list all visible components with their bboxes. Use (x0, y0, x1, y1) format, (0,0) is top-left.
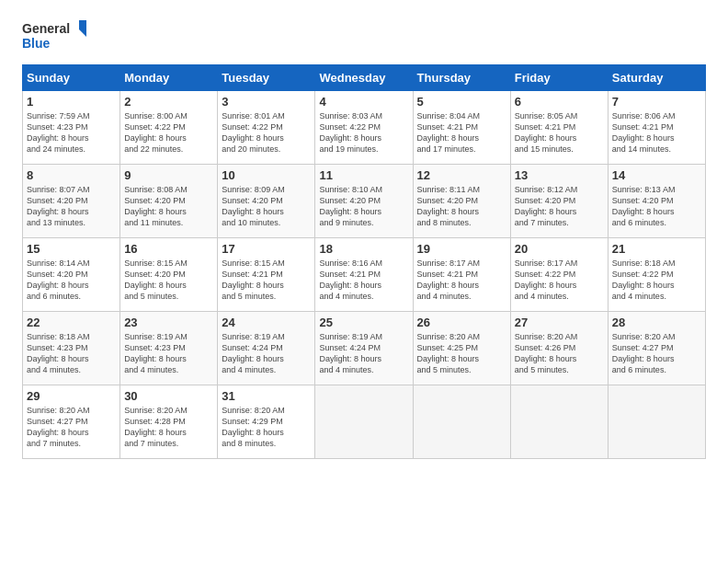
calendar-cell: 6Sunrise: 8:05 AM Sunset: 4:21 PM Daylig… (510, 91, 608, 165)
week-row-2: 8Sunrise: 8:07 AM Sunset: 4:20 PM Daylig… (23, 165, 706, 238)
day-number: 29 (27, 389, 116, 403)
day-info: Sunrise: 8:20 AM Sunset: 4:28 PM Dayligh… (124, 405, 213, 450)
day-info: Sunrise: 8:17 AM Sunset: 4:21 PM Dayligh… (417, 258, 506, 303)
day-info: Sunrise: 8:19 AM Sunset: 4:23 PM Dayligh… (124, 331, 213, 376)
logo-svg: General Blue (22, 18, 86, 53)
day-number: 2 (124, 95, 213, 109)
calendar-cell: 8Sunrise: 8:07 AM Sunset: 4:20 PM Daylig… (23, 165, 120, 238)
day-number: 22 (27, 316, 116, 329)
day-info: Sunrise: 8:14 AM Sunset: 4:20 PM Dayligh… (27, 258, 116, 303)
header-cell-saturday: Saturday (608, 65, 705, 91)
calendar-cell: 25Sunrise: 8:19 AM Sunset: 4:24 PM Dayli… (315, 312, 413, 385)
calendar-cell: 19Sunrise: 8:17 AM Sunset: 4:21 PM Dayli… (413, 238, 510, 312)
calendar-cell: 2Sunrise: 8:00 AM Sunset: 4:22 PM Daylig… (120, 91, 218, 165)
calendar-cell (608, 385, 705, 459)
day-number: 23 (124, 316, 213, 329)
page: General Blue SundayMondayTuesdayWednesda… (0, 0, 728, 563)
header-cell-friday: Friday (510, 65, 608, 91)
header-row: SundayMondayTuesdayWednesdayThursdayFrid… (23, 65, 706, 91)
calendar-cell: 4Sunrise: 8:03 AM Sunset: 4:22 PM Daylig… (315, 91, 413, 165)
day-info: Sunrise: 8:08 AM Sunset: 4:20 PM Dayligh… (124, 184, 213, 229)
day-number: 7 (612, 95, 701, 109)
calendar-cell: 14Sunrise: 8:13 AM Sunset: 4:20 PM Dayli… (608, 165, 705, 238)
day-info: Sunrise: 8:12 AM Sunset: 4:20 PM Dayligh… (515, 184, 604, 229)
day-number: 15 (27, 242, 116, 256)
calendar-cell: 30Sunrise: 8:20 AM Sunset: 4:28 PM Dayli… (120, 385, 218, 459)
calendar-table: SundayMondayTuesdayWednesdayThursdayFrid… (22, 64, 706, 459)
header-cell-monday: Monday (120, 65, 218, 91)
day-info: Sunrise: 8:18 AM Sunset: 4:22 PM Dayligh… (612, 258, 701, 303)
day-info: Sunrise: 8:13 AM Sunset: 4:20 PM Dayligh… (612, 184, 701, 229)
day-number: 18 (319, 242, 408, 256)
day-number: 13 (515, 168, 604, 182)
day-info: Sunrise: 8:09 AM Sunset: 4:20 PM Dayligh… (222, 184, 311, 229)
calendar-cell: 7Sunrise: 8:06 AM Sunset: 4:21 PM Daylig… (608, 91, 705, 165)
calendar-cell: 20Sunrise: 8:17 AM Sunset: 4:22 PM Dayli… (510, 238, 608, 312)
day-number: 26 (417, 316, 506, 329)
day-number: 30 (124, 389, 213, 403)
calendar-cell: 15Sunrise: 8:14 AM Sunset: 4:20 PM Dayli… (23, 238, 120, 312)
day-info: Sunrise: 7:59 AM Sunset: 4:23 PM Dayligh… (27, 110, 116, 155)
day-number: 31 (222, 389, 311, 403)
day-number: 5 (417, 95, 506, 109)
day-info: Sunrise: 8:17 AM Sunset: 4:22 PM Dayligh… (515, 258, 604, 303)
calendar-cell: 5Sunrise: 8:04 AM Sunset: 4:21 PM Daylig… (413, 91, 510, 165)
calendar-cell: 23Sunrise: 8:19 AM Sunset: 4:23 PM Dayli… (120, 312, 218, 385)
header-cell-tuesday: Tuesday (218, 65, 315, 91)
day-info: Sunrise: 8:07 AM Sunset: 4:20 PM Dayligh… (27, 184, 116, 229)
svg-text:General: General (22, 21, 70, 36)
day-number: 9 (124, 168, 213, 182)
day-number: 12 (417, 168, 506, 182)
day-info: Sunrise: 8:15 AM Sunset: 4:21 PM Dayligh… (222, 258, 311, 303)
header-cell-sunday: Sunday (23, 65, 120, 91)
day-number: 24 (222, 316, 311, 329)
day-info: Sunrise: 8:20 AM Sunset: 4:29 PM Dayligh… (222, 405, 311, 450)
day-number: 21 (612, 242, 701, 256)
day-number: 10 (222, 168, 311, 182)
svg-marker-2 (79, 20, 86, 37)
calendar-cell: 26Sunrise: 8:20 AM Sunset: 4:25 PM Dayli… (413, 312, 510, 385)
day-info: Sunrise: 8:15 AM Sunset: 4:20 PM Dayligh… (124, 258, 213, 303)
day-info: Sunrise: 8:20 AM Sunset: 4:27 PM Dayligh… (612, 331, 701, 376)
day-number: 14 (612, 168, 701, 182)
week-row-3: 15Sunrise: 8:14 AM Sunset: 4:20 PM Dayli… (23, 238, 706, 312)
day-info: Sunrise: 8:20 AM Sunset: 4:27 PM Dayligh… (27, 405, 116, 450)
calendar-cell: 12Sunrise: 8:11 AM Sunset: 4:20 PM Dayli… (413, 165, 510, 238)
week-row-4: 22Sunrise: 8:18 AM Sunset: 4:23 PM Dayli… (23, 312, 706, 385)
calendar-cell: 31Sunrise: 8:20 AM Sunset: 4:29 PM Dayli… (218, 385, 315, 459)
calendar-cell: 3Sunrise: 8:01 AM Sunset: 4:22 PM Daylig… (218, 91, 315, 165)
calendar-cell: 17Sunrise: 8:15 AM Sunset: 4:21 PM Dayli… (218, 238, 315, 312)
day-number: 1 (27, 95, 116, 109)
day-number: 20 (515, 242, 604, 256)
day-number: 3 (222, 95, 311, 109)
day-number: 16 (124, 242, 213, 256)
day-info: Sunrise: 8:01 AM Sunset: 4:22 PM Dayligh… (222, 110, 311, 155)
day-info: Sunrise: 8:00 AM Sunset: 4:22 PM Dayligh… (124, 110, 213, 155)
day-info: Sunrise: 8:05 AM Sunset: 4:21 PM Dayligh… (515, 110, 604, 155)
day-info: Sunrise: 8:19 AM Sunset: 4:24 PM Dayligh… (222, 331, 311, 376)
day-info: Sunrise: 8:06 AM Sunset: 4:21 PM Dayligh… (612, 110, 701, 155)
calendar-cell: 24Sunrise: 8:19 AM Sunset: 4:24 PM Dayli… (218, 312, 315, 385)
day-info: Sunrise: 8:20 AM Sunset: 4:26 PM Dayligh… (515, 331, 604, 376)
day-number: 11 (319, 168, 408, 182)
logo: General Blue (22, 18, 86, 53)
day-number: 8 (27, 168, 116, 182)
day-info: Sunrise: 8:10 AM Sunset: 4:20 PM Dayligh… (319, 184, 408, 229)
calendar-cell: 22Sunrise: 8:18 AM Sunset: 4:23 PM Dayli… (23, 312, 120, 385)
week-row-1: 1Sunrise: 7:59 AM Sunset: 4:23 PM Daylig… (23, 91, 706, 165)
header-cell-thursday: Thursday (413, 65, 510, 91)
calendar-cell: 11Sunrise: 8:10 AM Sunset: 4:20 PM Dayli… (315, 165, 413, 238)
calendar-cell: 18Sunrise: 8:16 AM Sunset: 4:21 PM Dayli… (315, 238, 413, 312)
calendar-cell: 13Sunrise: 8:12 AM Sunset: 4:20 PM Dayli… (510, 165, 608, 238)
day-number: 19 (417, 242, 506, 256)
svg-text:Blue: Blue (22, 36, 51, 51)
header-cell-wednesday: Wednesday (315, 65, 413, 91)
day-info: Sunrise: 8:03 AM Sunset: 4:22 PM Dayligh… (319, 110, 408, 155)
day-number: 27 (515, 316, 604, 329)
day-info: Sunrise: 8:20 AM Sunset: 4:25 PM Dayligh… (417, 331, 506, 376)
week-row-5: 29Sunrise: 8:20 AM Sunset: 4:27 PM Dayli… (23, 385, 706, 459)
calendar-cell: 28Sunrise: 8:20 AM Sunset: 4:27 PM Dayli… (608, 312, 705, 385)
day-info: Sunrise: 8:18 AM Sunset: 4:23 PM Dayligh… (27, 331, 116, 376)
calendar-cell: 27Sunrise: 8:20 AM Sunset: 4:26 PM Dayli… (510, 312, 608, 385)
day-info: Sunrise: 8:16 AM Sunset: 4:21 PM Dayligh… (319, 258, 408, 303)
